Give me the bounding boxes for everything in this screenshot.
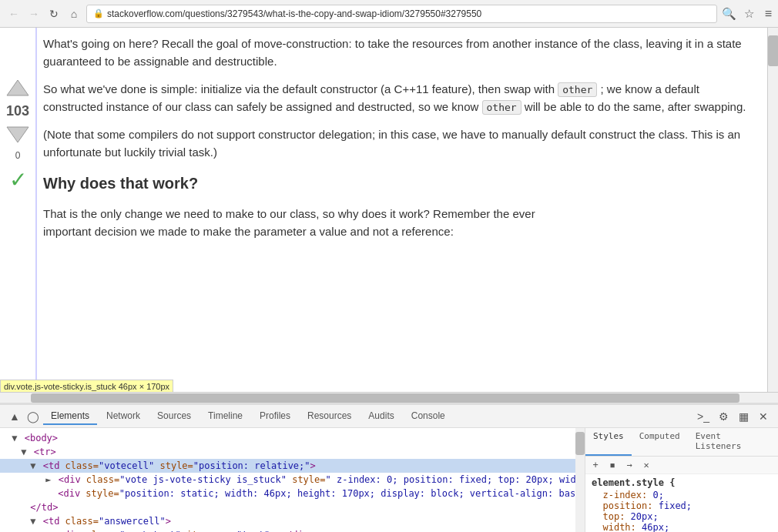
vote-score-small: 0 <box>15 150 21 161</box>
styles-add-icon[interactable]: + <box>589 458 602 472</box>
tab-timeline[interactable]: Timeline <box>200 408 250 425</box>
tab-event-listeners[interactable]: Event Listeners <box>688 428 778 456</box>
accepted-checkmark: ✓ <box>9 167 27 192</box>
svg-marker-1 <box>7 127 29 142</box>
vote-down-button[interactable] <box>4 121 32 149</box>
expand-answercell[interactable]: ▼ <box>30 516 35 527</box>
dom-line-post-text[interactable]: ► <div class="post-text" itemprop="text"… <box>0 528 585 532</box>
css-prop-zindex: z-index: 0; <box>592 490 772 500</box>
devtools-inspect-icon[interactable]: ▲ <box>6 408 23 425</box>
dom-line-td-votecell[interactable]: ▼ <td class="votecell" style="position: … <box>0 459 585 473</box>
lock-icon: 🔒 <box>93 8 104 18</box>
h-scrollbar-thumb[interactable] <box>31 393 739 403</box>
styles-content: element.style { z-index: 0; position: fi… <box>585 474 778 532</box>
dom-line-td-answercell[interactable]: ▼ <td class="answercell"> <box>0 514 585 528</box>
star-icon[interactable]: ☆ <box>742 6 757 22</box>
svg-marker-0 <box>7 80 29 95</box>
devtools-right-icons: >_ ⚙ ▦ ✕ <box>695 408 772 425</box>
reload-button[interactable]: ↻ <box>46 6 62 22</box>
expand-tr[interactable]: ▼ <box>21 447 26 457</box>
home-button[interactable]: ⌂ <box>66 6 82 22</box>
tab-resources[interactable]: Resources <box>300 408 359 425</box>
page-content-area: 103 0 ✓ div.vote.js-vote-sticky.is_stuck… <box>0 28 778 392</box>
expand-body[interactable]: ▼ <box>12 433 17 443</box>
h-scrollbar-track[interactable] <box>0 393 778 403</box>
styles-toolbar: + ◾ → ✕ <box>585 457 778 474</box>
dom-tree[interactable]: ▼ <body> ▼ <tr> ▼ <td class="votecell" s… <box>0 431 585 532</box>
vote-column: 103 0 ✓ div.vote.js-vote-sticky.is_stuck… <box>0 28 35 392</box>
right-scrollbar[interactable] <box>767 28 778 392</box>
vote-score: 103 <box>6 103 29 119</box>
code-other-1: other <box>558 82 597 97</box>
devtools-close-icon[interactable]: ✕ <box>755 408 772 425</box>
tab-styles[interactable]: Styles <box>585 428 632 456</box>
browser-chrome: ← → ↻ ⌂ 🔒 stackoverflow.com/questions/32… <box>0 0 778 28</box>
section-heading: Why does that work? <box>43 172 752 195</box>
css-prop-position: position: fixed; <box>592 500 772 511</box>
back-button[interactable]: ← <box>6 6 22 22</box>
devtools-toolbar: ▲ ◯ Elements Network Sources Timeline Pr… <box>0 405 778 428</box>
expand-vote-div[interactable]: ► <box>45 474 51 485</box>
element-style-rule: element.style { z-index: 0; position: fi… <box>592 477 772 532</box>
code-other-2: other <box>482 100 521 115</box>
tab-elements[interactable]: Elements <box>43 408 97 425</box>
styles-panel: Styles Computed Event Listeners + ◾ → ✕ … <box>585 428 778 532</box>
devtools-main: ▼ <body> ▼ <tr> ▼ <td class="votecell" s… <box>0 428 778 532</box>
styles-toggle-icon[interactable]: ◾ <box>605 458 619 472</box>
vote-up-button[interactable] <box>4 74 32 102</box>
dom-line-body[interactable]: ▼ <body> <box>0 431 585 445</box>
styles-close-icon[interactable]: ✕ <box>639 458 653 472</box>
dom-line-td-close[interactable]: </td> <box>0 500 585 514</box>
styles-expand-icon[interactable]: → <box>622 458 636 472</box>
tab-profiles[interactable]: Profiles <box>252 408 298 425</box>
scrollbar-thumb[interactable] <box>768 35 778 66</box>
answer-text: What's going on here? Recall the goal of… <box>35 28 767 392</box>
dom-line-static-div[interactable]: <div style="position: static; width: 46p… <box>0 487 585 500</box>
paragraph-1: What's going on here? Recall the goal of… <box>43 35 752 70</box>
search-icon[interactable]: 🔍 <box>722 6 737 22</box>
forward-button[interactable]: → <box>26 6 42 22</box>
tab-audits[interactable]: Audits <box>360 408 401 425</box>
dom-panel: ▼ <body> ▼ <tr> ▼ <td class="votecell" s… <box>0 428 585 532</box>
css-prop-top: top: 20px; <box>592 511 772 522</box>
element-style-header: element.style { <box>592 477 772 488</box>
dom-line-tr[interactable]: ▼ <tr> <box>0 445 585 459</box>
paragraph-2: So what we've done is simple: initialize… <box>43 81 752 115</box>
dom-scrollbar-thumb[interactable] <box>575 432 585 455</box>
dom-vertical-scrollbar[interactable] <box>575 428 585 532</box>
url-text: stackoverflow.com/questions/3279543/what… <box>107 8 481 19</box>
devtools-terminal-icon[interactable]: >_ <box>695 408 712 425</box>
tab-sources[interactable]: Sources <box>149 408 199 425</box>
element-tooltip: div.vote.js-vote-sticky.is_stuck 46px × … <box>0 380 173 392</box>
menu-icon[interactable]: ≡ <box>765 7 772 21</box>
tab-computed[interactable]: Computed <box>632 428 688 456</box>
horizontal-scrollbar[interactable] <box>0 392 778 403</box>
dom-line-vote-div[interactable]: ► <div class="vote js-vote-sticky is_stu… <box>0 473 585 487</box>
devtools-dock-icon[interactable]: ▦ <box>735 408 752 425</box>
paragraph-4: That is the only change we need to make … <box>43 206 752 240</box>
styles-tabs: Styles Computed Event Listeners <box>585 428 778 457</box>
paragraph-3: (Note that some compilers do not support… <box>43 126 752 161</box>
devtools-settings-icon[interactable]: ⚙ <box>715 408 732 425</box>
devtools-mobile-icon[interactable]: ◯ <box>25 408 42 425</box>
expand-td[interactable]: ▼ <box>30 460 35 471</box>
tab-network[interactable]: Network <box>99 408 148 425</box>
address-bar[interactable]: 🔒 stackoverflow.com/questions/3279543/wh… <box>86 5 717 23</box>
css-prop-width: width: 46px; <box>592 522 772 532</box>
tab-console[interactable]: Console <box>404 408 453 425</box>
devtools-panel: ▲ ◯ Elements Network Sources Timeline Pr… <box>0 403 778 532</box>
